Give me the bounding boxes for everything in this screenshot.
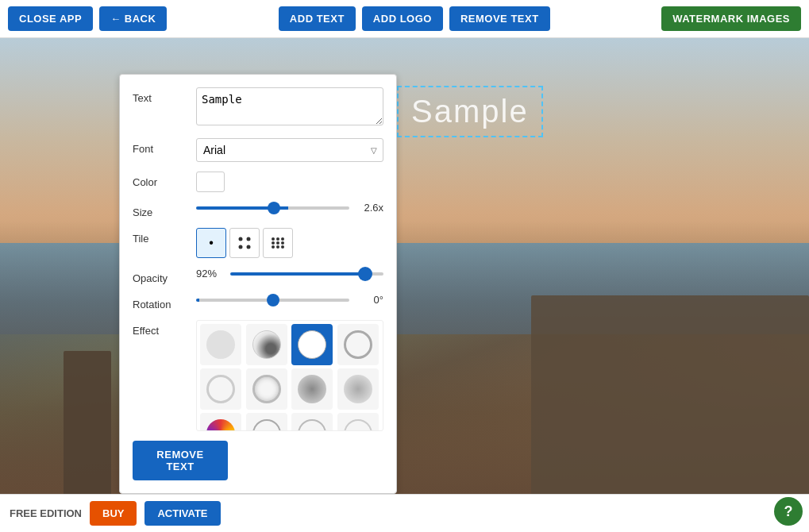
rotation-value: 0° bbox=[356, 294, 383, 306]
effect-item-circle-light[interactable] bbox=[337, 413, 379, 431]
tile-row: Tile • bbox=[133, 228, 383, 258]
color-control bbox=[196, 172, 383, 192]
opacity-row: Opacity 92% bbox=[133, 268, 383, 284]
edition-label: FREE EDITION bbox=[10, 507, 82, 519]
size-row: Size 2.6x bbox=[133, 202, 383, 218]
text-control: Sample bbox=[196, 87, 383, 129]
rotation-label: Rotation bbox=[133, 294, 188, 310]
effect-row: Effect bbox=[133, 320, 383, 431]
svg-point-11 bbox=[276, 245, 279, 249]
opacity-value: 92% bbox=[196, 268, 224, 279]
color-label: Color bbox=[133, 172, 188, 188]
size-control: 2.6x bbox=[196, 202, 383, 214]
size-slider[interactable] bbox=[196, 206, 349, 210]
watermark-images-button[interactable]: WATERMARK IMAGES bbox=[661, 6, 801, 31]
close-app-button[interactable]: CLOSE APP bbox=[8, 6, 93, 31]
activate-button[interactable]: ACTIVATE bbox=[144, 501, 220, 526]
svg-point-4 bbox=[272, 237, 275, 241]
svg-point-10 bbox=[272, 245, 275, 249]
text-input[interactable]: Sample bbox=[196, 87, 383, 125]
tile-single-button[interactable]: • bbox=[196, 228, 226, 258]
footer: FREE EDITION BUY ACTIVATE bbox=[0, 494, 809, 532]
font-label: Font bbox=[133, 138, 188, 155]
effect-item-none[interactable] bbox=[200, 324, 241, 365]
effect-grid bbox=[197, 321, 383, 431]
font-select[interactable]: Arial Times New Roman Courier New Georgi… bbox=[196, 138, 383, 162]
text-row: Text Sample bbox=[133, 87, 383, 129]
svg-point-9 bbox=[281, 241, 284, 245]
watermark-text: Sample bbox=[411, 94, 529, 129]
text-label: Text bbox=[133, 87, 188, 104]
svg-point-1 bbox=[247, 237, 251, 241]
effect-item-white[interactable] bbox=[291, 324, 333, 365]
add-logo-button[interactable]: ADD LOGO bbox=[362, 6, 443, 31]
svg-point-12 bbox=[281, 245, 284, 249]
effect-label: Effect bbox=[133, 320, 188, 337]
tile-label: Tile bbox=[133, 228, 188, 245]
header: CLOSE APP ← BACK ADD TEXT ADD LOGO REMOV… bbox=[0, 0, 809, 38]
tile-control: • bbox=[196, 228, 383, 258]
svg-point-7 bbox=[272, 241, 275, 245]
settings-panel: Text Sample Font Arial Times New Roman C… bbox=[119, 74, 397, 494]
svg-point-8 bbox=[276, 241, 279, 245]
color-swatch[interactable] bbox=[196, 172, 225, 192]
effect-container bbox=[196, 320, 383, 431]
svg-point-5 bbox=[276, 237, 279, 241]
effect-item-circle-thin[interactable] bbox=[246, 413, 287, 431]
effect-item-darker-gray[interactable] bbox=[337, 368, 379, 410]
svg-point-3 bbox=[247, 245, 251, 249]
opacity-control: 92% bbox=[196, 268, 383, 279]
svg-point-0 bbox=[239, 237, 243, 241]
rotation-slider[interactable] bbox=[196, 299, 349, 302]
remove-text-button-panel[interactable]: REMOVE TEXT bbox=[133, 441, 228, 480]
svg-point-6 bbox=[281, 237, 284, 241]
tile-dense-button[interactable] bbox=[263, 228, 293, 258]
back-button[interactable]: ← BACK bbox=[99, 6, 167, 31]
rotation-row: Rotation 0° bbox=[133, 294, 383, 310]
rotation-control: 0° bbox=[196, 294, 383, 306]
effect-item-colorful[interactable] bbox=[200, 413, 241, 431]
opacity-slider[interactable] bbox=[230, 272, 383, 276]
buy-button[interactable]: BUY bbox=[90, 501, 137, 526]
tile-grid-button[interactable] bbox=[229, 228, 260, 258]
effect-control bbox=[196, 320, 383, 431]
font-row: Font Arial Times New Roman Courier New G… bbox=[133, 138, 383, 162]
effect-item-dark-gray[interactable] bbox=[291, 368, 333, 410]
svg-point-2 bbox=[239, 245, 243, 249]
font-control: Arial Times New Roman Courier New Georgi… bbox=[196, 138, 383, 162]
size-label: Size bbox=[133, 202, 188, 218]
effect-item-gray-ring[interactable] bbox=[246, 368, 287, 410]
effect-item-circle-medium[interactable] bbox=[291, 413, 333, 431]
help-button[interactable]: ? bbox=[774, 497, 803, 526]
effect-item-light-shadow[interactable] bbox=[200, 368, 241, 410]
opacity-label: Opacity bbox=[133, 268, 188, 284]
add-text-button[interactable]: ADD TEXT bbox=[279, 6, 356, 31]
effect-item-outline[interactable] bbox=[337, 324, 379, 365]
size-value: 2.6x bbox=[356, 202, 383, 214]
main-area: Sample Text Sample Font Arial Times New … bbox=[0, 38, 809, 494]
color-row: Color bbox=[133, 172, 383, 192]
watermark-preview[interactable]: Sample bbox=[397, 86, 543, 137]
remove-text-button-header[interactable]: REMOVE TEXT bbox=[449, 6, 550, 31]
effect-item-shadow[interactable] bbox=[246, 324, 287, 365]
